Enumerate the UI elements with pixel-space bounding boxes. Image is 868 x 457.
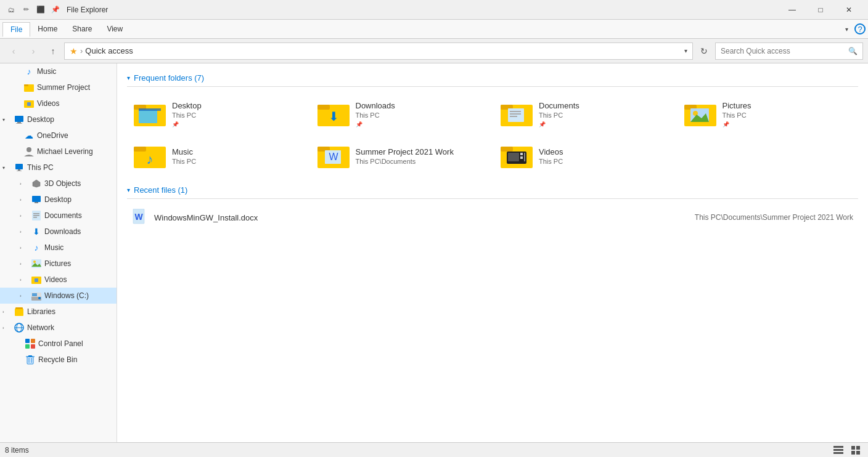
- svg-rect-76: [833, 446, 843, 448]
- sidebar-item-documents[interactable]: › Documents: [0, 208, 117, 224]
- svg-text:W: W: [329, 152, 338, 162]
- folder-path: This PC: [356, 111, 395, 119]
- sidebar-item-summer-project[interactable]: Summer Project: [0, 79, 117, 95]
- svg-rect-38: [28, 355, 32, 357]
- sidebar-item-videos2[interactable]: › Videos: [0, 272, 117, 288]
- pictures-icon: [31, 258, 42, 269]
- folder-downloads[interactable]: ⬇ Downloads This PC 📌: [311, 94, 492, 134]
- recent-files-title: Recent files (1): [134, 185, 187, 195]
- videos-folder-icon: [501, 142, 533, 170]
- svg-rect-9: [18, 169, 20, 171]
- search-icon: 🔍: [848, 47, 858, 55]
- svg-rect-27: [15, 309, 23, 316]
- maximize-button[interactable]: □: [806, 0, 835, 20]
- videos-folder-info: Videos This PC: [539, 147, 563, 165]
- sidebar-label: Summer Project: [37, 83, 90, 92]
- search-input[interactable]: [721, 47, 846, 55]
- sidebar-item-desktop2[interactable]: › Desktop: [0, 192, 117, 208]
- sidebar-label: 3D Objects: [44, 179, 81, 188]
- recent-file-path: This PC\Documents\Summer Project 2021 Wo…: [695, 213, 853, 222]
- chevron-right-icon: ›: [2, 325, 11, 331]
- view-controls: [831, 444, 863, 456]
- folder-documents[interactable]: Documents This PC 📌: [494, 94, 675, 134]
- frequent-folders-title: Frequent folders (7): [134, 73, 204, 83]
- sidebar-item-windows-c[interactable]: › Windows (C:): [0, 288, 117, 304]
- refresh-button[interactable]: ↻: [695, 42, 713, 60]
- address-bar: ‹ › ↑ ★ › Quick access ▾ ↻ 🔍: [0, 39, 868, 63]
- sidebar-item-pictures[interactable]: › Pictures: [0, 256, 117, 272]
- svg-text:W: W: [134, 212, 143, 222]
- content-area: ▾ Frequent folders (7) Desktop This PC: [117, 63, 868, 442]
- sidebar-item-this-pc[interactable]: ▾ This PC: [0, 160, 117, 176]
- chevron-right-icon: ›: [20, 229, 28, 235]
- save-icon: ⬛: [35, 4, 47, 16]
- recent-file-mingw[interactable]: W WindowsMinGW_Install.docx This PC\Docu…: [127, 206, 858, 228]
- documents-folder-info: Documents This PC 📌: [539, 101, 579, 127]
- sidebar-item-control-panel[interactable]: Control Panel: [0, 336, 117, 352]
- ribbon-expand-button[interactable]: ▾: [841, 23, 852, 34]
- forward-button[interactable]: ›: [25, 42, 42, 60]
- sidebar-item-videos-quick[interactable]: Videos: [0, 95, 117, 111]
- folder-pictures[interactable]: Pictures This PC 📌: [678, 94, 859, 134]
- sidebar-item-michael[interactable]: Michael Levering: [0, 144, 117, 160]
- frequent-folders-header[interactable]: ▾ Frequent folders (7): [127, 73, 858, 87]
- details-view-button[interactable]: [831, 444, 846, 456]
- tab-home[interactable]: Home: [30, 22, 65, 36]
- address-dropdown-icon[interactable]: ▾: [684, 47, 687, 54]
- sidebar-item-libraries[interactable]: › Libraries: [0, 304, 117, 320]
- music-folder-info: Music This PC: [172, 147, 196, 165]
- sidebar-item-downloads[interactable]: › ⬇ Downloads: [0, 224, 117, 240]
- sidebar-item-music[interactable]: ♪ Music: [0, 63, 117, 79]
- folder-desktop[interactable]: Desktop This PC 📌: [127, 94, 308, 134]
- svg-rect-53: [510, 116, 517, 117]
- up-button[interactable]: ↑: [44, 42, 62, 60]
- pin-icon: 📌: [356, 121, 395, 127]
- search-box[interactable]: 🔍: [715, 42, 863, 60]
- address-path[interactable]: ★ › Quick access ▾: [64, 42, 693, 60]
- sidebar-item-network[interactable]: › Network: [0, 320, 117, 336]
- folder-summer-project[interactable]: W Summer Project 2021 Work This PC\Docum…: [311, 136, 492, 176]
- folder-icon: 🗂: [5, 4, 17, 16]
- tab-file[interactable]: File: [2, 22, 30, 37]
- sidebar-label: Documents: [44, 211, 82, 220]
- sidebar-label: Libraries: [27, 307, 55, 316]
- folder-music[interactable]: ♪ Music This PC: [127, 136, 308, 176]
- close-button[interactable]: ✕: [835, 0, 863, 20]
- folder-videos[interactable]: Videos This PC: [494, 136, 675, 176]
- drive-icon: [31, 290, 42, 301]
- downloads-folder-info: Downloads This PC 📌: [356, 101, 395, 127]
- sidebar-label: Windows (C:): [44, 291, 89, 300]
- tab-share[interactable]: Share: [65, 22, 99, 36]
- minimize-button[interactable]: —: [778, 0, 806, 20]
- documents-folder-icon: [501, 100, 533, 128]
- svg-rect-34: [25, 344, 30, 349]
- window-controls: — □ ✕: [778, 0, 863, 20]
- svg-rect-32: [25, 339, 30, 343]
- status-bar: 8 items: [0, 442, 868, 457]
- chevron-right-icon: ›: [20, 293, 28, 299]
- tab-view[interactable]: View: [99, 22, 130, 36]
- svg-rect-43: [139, 110, 157, 123]
- svg-rect-3: [27, 102, 31, 106]
- network-icon: [14, 322, 25, 333]
- help-button[interactable]: ?: [854, 23, 866, 34]
- sidebar-item-onedrive[interactable]: ☁ OneDrive: [0, 127, 117, 144]
- folder-path: This PC: [723, 111, 751, 119]
- section-chevron-icon: ▾: [127, 187, 130, 193]
- icons-view-button[interactable]: [848, 444, 863, 456]
- sidebar-label: Music: [44, 243, 63, 252]
- user-icon: [23, 146, 35, 157]
- back-button[interactable]: ‹: [5, 42, 22, 60]
- svg-rect-72: [524, 153, 525, 161]
- sidebar-item-desktop[interactable]: ▾ Desktop: [0, 111, 117, 127]
- sidebar-item-recycle-bin[interactable]: Recycle Bin: [0, 352, 117, 368]
- svg-rect-80: [856, 446, 860, 450]
- sidebar-label: Recycle Bin: [38, 355, 77, 364]
- sidebar-item-3d-objects[interactable]: › 3D Objects: [0, 176, 117, 192]
- svg-rect-67: [501, 147, 513, 152]
- svg-rect-8: [15, 164, 23, 169]
- sidebar-label: Michael Levering: [37, 147, 93, 156]
- sidebar-item-music2[interactable]: › ♪ Music: [0, 240, 117, 256]
- pin-icon: 📌: [49, 4, 62, 16]
- recent-files-header[interactable]: ▾ Recent files (1): [127, 185, 858, 199]
